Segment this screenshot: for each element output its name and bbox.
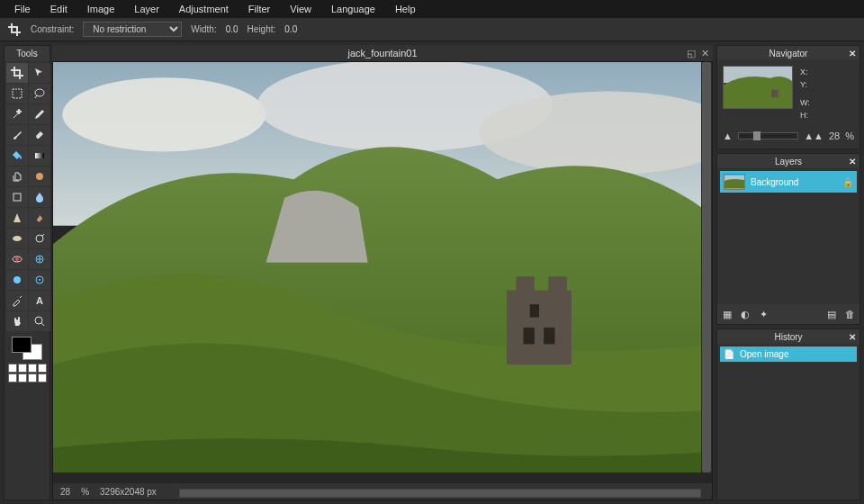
navigator-thumbnail[interactable] [723, 66, 793, 109]
svg-point-3 [36, 173, 43, 180]
crop-tool-icon [7, 22, 22, 37]
smudge-tool[interactable] [29, 208, 50, 228]
nav-x-label: X: [800, 66, 810, 78]
constraint-label: Constraint: [31, 24, 74, 34]
wand-tool[interactable] [6, 104, 28, 124]
svg-point-8 [15, 257, 19, 261]
svg-rect-2 [35, 153, 44, 158]
type-tool[interactable]: A [29, 291, 50, 310]
move-tool[interactable] [29, 63, 50, 83]
nav-zoom-value: 28 [829, 130, 840, 141]
pinch-tool[interactable] [29, 270, 50, 290]
vertical-scrollbar[interactable] [701, 62, 712, 472]
layer-name: Background [751, 177, 798, 187]
close-icon[interactable]: ✕ [849, 49, 856, 58]
canvas-image [53, 62, 701, 472]
swatch-white[interactable] [8, 374, 17, 382]
hand-tool[interactable] [6, 311, 28, 331]
menu-view[interactable]: View [281, 1, 320, 17]
swatch-white[interactable] [38, 374, 47, 382]
bucket-tool[interactable] [6, 146, 28, 166]
svg-rect-20 [516, 276, 535, 295]
svg-text:A: A [36, 295, 43, 306]
document-titlebar: jack_fountain01 ◱ ✕ [52, 45, 713, 61]
canvas-viewport[interactable]: 28 % 3296x2048 px [52, 61, 713, 500]
menu-layer[interactable]: Layer [125, 1, 168, 17]
constraint-select[interactable]: No restriction [83, 22, 182, 37]
svg-rect-24 [530, 304, 539, 317]
crop-tool[interactable] [6, 63, 28, 83]
menu-adjustment[interactable]: Adjustment [170, 1, 238, 17]
close-icon[interactable]: ✕ [701, 48, 709, 59]
swatch-white[interactable] [38, 364, 47, 373]
menu-image[interactable]: Image [78, 1, 124, 17]
layer-row[interactable]: Background 🔒 [720, 171, 857, 193]
menu-help[interactable]: Help [386, 1, 425, 17]
nav-zoom-unit: % [845, 130, 854, 141]
svg-rect-21 [548, 276, 567, 295]
colorpicker-tool[interactable] [6, 291, 28, 310]
zoom-tool[interactable] [29, 311, 50, 331]
blur-tool[interactable] [29, 187, 50, 207]
drawing-tool[interactable] [6, 187, 28, 207]
sponge-tool[interactable] [6, 229, 28, 248]
color-swatch[interactable] [12, 337, 42, 360]
sharpen-tool[interactable] [6, 208, 28, 228]
bloat-tool[interactable] [6, 270, 28, 290]
swatch-white[interactable] [28, 364, 37, 373]
layers-title: Layers [775, 157, 802, 166]
brush-tool[interactable] [6, 125, 28, 145]
svg-point-6 [36, 235, 43, 242]
horizontal-scrollbar[interactable] [179, 487, 701, 500]
gradient-tool[interactable] [29, 146, 50, 166]
detach-icon[interactable]: ◱ [687, 48, 696, 59]
zoom-slider[interactable] [738, 132, 798, 140]
swatch-white[interactable] [18, 364, 27, 373]
menu-edit[interactable]: Edit [41, 1, 76, 17]
color-replace-tool[interactable] [29, 166, 50, 186]
navigator-title: Navigator [770, 49, 808, 58]
spot-heal-tool[interactable] [29, 249, 50, 269]
nav-h-label: H: [800, 109, 810, 122]
dodge-tool[interactable] [29, 229, 50, 248]
history-row[interactable]: 📄 Open image [720, 346, 857, 362]
status-bar: 28 % 3296x2048 px [53, 483, 712, 500]
clone-tool[interactable] [6, 166, 28, 186]
pencil-tool[interactable] [29, 104, 50, 124]
layers-panel: Layers✕ Background 🔒 ▦ ◐ ✦ ▤ 🗑 [716, 153, 860, 325]
history-item-name: Open image [740, 349, 788, 359]
layer-settings-icon[interactable]: ▦ [721, 308, 734, 320]
layer-mask-icon[interactable]: ◐ [739, 308, 752, 320]
lasso-tool[interactable] [29, 84, 50, 104]
svg-point-1 [35, 89, 44, 96]
svg-point-5 [13, 236, 22, 241]
svg-rect-26 [771, 90, 778, 98]
menu-filter[interactable]: Filter [239, 1, 279, 17]
svg-point-14 [35, 317, 42, 324]
eraser-tool[interactable] [29, 125, 50, 145]
swatch-white[interactable] [18, 374, 27, 382]
redeye-tool[interactable] [6, 249, 28, 269]
svg-rect-22 [524, 328, 535, 345]
marquee-tool[interactable] [6, 84, 28, 104]
menu-language[interactable]: Language [322, 1, 384, 17]
tools-title: Tools [4, 46, 50, 61]
tools-panel: Tools A [4, 45, 50, 500]
menu-file[interactable]: File [5, 1, 40, 17]
zoom-in-icon[interactable]: ▲▲ [804, 130, 824, 141]
close-icon[interactable]: ✕ [849, 332, 856, 342]
close-icon[interactable]: ✕ [849, 157, 856, 166]
swatch-white[interactable] [8, 364, 17, 373]
delete-layer-icon[interactable]: 🗑 [843, 308, 856, 320]
zoom-out-icon[interactable]: ▲ [723, 130, 733, 141]
new-layer-icon[interactable]: ▤ [825, 308, 838, 320]
foreground-color[interactable] [12, 337, 32, 353]
lock-icon[interactable]: 🔒 [842, 177, 853, 187]
swatch-white[interactable] [28, 374, 37, 382]
zoom-unit: % [81, 487, 89, 497]
nav-y-label: Y: [800, 78, 810, 91]
layer-styles-icon[interactable]: ✦ [757, 308, 770, 320]
svg-point-12 [39, 279, 40, 281]
svg-rect-23 [544, 328, 554, 345]
swatch-grid [8, 364, 47, 382]
